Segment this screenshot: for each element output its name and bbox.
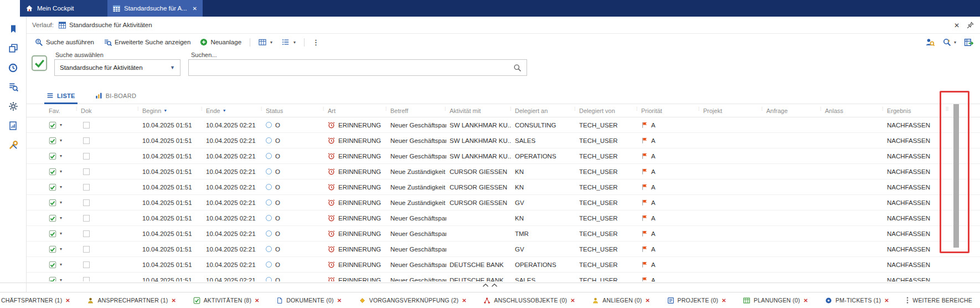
favorite-dropdown-caret[interactable]: ▾ <box>60 122 62 127</box>
column-header-dok[interactable]: Dok <box>78 104 139 117</box>
windows-icon[interactable] <box>8 43 19 54</box>
column-header-betreff[interactable]: Betreff <box>387 104 446 117</box>
favorite-dropdown-caret[interactable]: ▾ <box>60 138 62 143</box>
report-icon[interactable] <box>8 120 19 131</box>
bottom-tab-pm-tickets-1-[interactable]: PM-TICKETS (1) ✕ <box>825 297 889 304</box>
favorite-checkbox-icon[interactable] <box>49 214 56 222</box>
favorite-dropdown-caret[interactable]: ▾ <box>60 169 62 174</box>
table-row[interactable]: ▾ 10.04.2025 01:51 10.04.2025 02:21 O ER… <box>27 242 980 257</box>
export-table-icon[interactable] <box>964 38 973 47</box>
favorite-checkbox-icon[interactable] <box>49 168 56 176</box>
favorite-checkbox-icon[interactable] <box>49 137 56 145</box>
bottom-tab-vorgangsverknüpfung-2-[interactable]: VORGANGSVERKNÜPFUNG (2) ✕ <box>359 297 467 304</box>
table-row[interactable]: ▾ 10.04.2025 01:51 10.04.2025 02:21 O ER… <box>27 226 980 242</box>
dok-checkbox[interactable] <box>83 246 90 253</box>
pin-icon[interactable] <box>966 21 974 29</box>
table-row[interactable]: ▾ 10.04.2025 01:51 10.04.2025 02:21 O ER… <box>27 133 980 148</box>
dok-checkbox[interactable] <box>83 215 90 222</box>
close-tab-icon[interactable]: ✕ <box>570 297 575 304</box>
column-header-ende[interactable]: Ende▼ <box>203 104 262 117</box>
column-header-delegiert-an[interactable]: Delegiert an <box>512 104 576 117</box>
column-header-fav-[interactable]: Fav. <box>45 104 78 117</box>
bottom-tab-anschlussobjekte-0-[interactable]: ANSCHLUSSOBJEKTE (0) ✕ <box>483 297 575 304</box>
table-row[interactable]: ▾ 10.04.2025 01:51 10.04.2025 02:21 O ER… <box>27 195 980 211</box>
favorite-checkbox-icon[interactable] <box>49 230 56 238</box>
list-view-button[interactable]: ▾ <box>278 37 300 48</box>
search-icon[interactable] <box>513 64 522 72</box>
column-header-anfrage[interactable]: Anfrage <box>763 104 822 117</box>
dok-checkbox[interactable] <box>83 137 90 144</box>
sort-caret-icon[interactable]: ▼ <box>223 109 226 112</box>
grid-view-button[interactable]: ▾ <box>255 37 276 48</box>
favorite-dropdown-caret[interactable]: ▾ <box>60 215 62 220</box>
more-options-icon[interactable]: ⋮ <box>309 38 323 47</box>
close-tab-icon[interactable]: ✕ <box>462 297 467 304</box>
tab-bi-board[interactable]: BI-BOARD <box>93 88 139 104</box>
column-header-delegiert-von[interactable]: Delegiert von <box>576 104 638 117</box>
tab-mein-cockpit[interactable]: Mein Cockpit <box>20 0 107 17</box>
favorite-checkbox-icon[interactable] <box>49 261 56 269</box>
table-row[interactable]: ▾ 10.04.2025 01:51 10.04.2025 02:21 O ER… <box>27 273 980 281</box>
close-tab-icon[interactable]: ✕ <box>645 297 650 304</box>
favorite-checkbox-icon[interactable] <box>49 245 56 253</box>
bottom-tab-dokumente-0-[interactable]: DOKUMENTE (0) ✕ <box>276 297 342 304</box>
dok-checkbox[interactable] <box>83 184 90 191</box>
bottom-tab-anliegen-0-[interactable]: ANLIEGEN (0) ✕ <box>592 297 650 304</box>
bottom-tab-planungen-0-[interactable]: PLANUNGEN (0) ✕ <box>743 297 808 304</box>
run-search-button[interactable]: Suche ausführen <box>31 37 98 48</box>
favorite-dropdown-caret[interactable]: ▾ <box>60 184 62 189</box>
table-row[interactable]: ▾ 10.04.2025 01:51 10.04.2025 02:21 O ER… <box>27 164 980 179</box>
table-row[interactable]: ▾ 10.04.2025 01:51 10.04.2025 02:21 O ER… <box>27 148 980 164</box>
new-record-button[interactable]: Neuanlage <box>196 37 245 48</box>
favorite-dropdown-caret[interactable]: ▾ <box>60 200 62 205</box>
close-history-icon[interactable]: ✕ <box>954 22 960 29</box>
favorite-checkbox-icon[interactable] <box>49 121 56 129</box>
column-header-art[interactable]: Art <box>324 104 387 117</box>
close-tab-icon[interactable]: ✕ <box>721 297 726 304</box>
table-row[interactable]: ▾ 10.04.2025 01:51 10.04.2025 02:21 O ER… <box>27 257 980 273</box>
favorite-checkbox-icon[interactable] <box>49 152 56 160</box>
favorite-dropdown-caret[interactable]: ▾ <box>60 247 62 251</box>
favorite-checkbox-icon[interactable] <box>49 199 56 207</box>
search-select-dropdown[interactable]: Standardsuche für Aktivitäten ▼ <box>54 59 180 76</box>
dok-checkbox[interactable] <box>83 261 90 268</box>
close-tab-icon[interactable]: ✕ <box>65 297 70 304</box>
dok-checkbox[interactable] <box>83 168 90 175</box>
tab-liste[interactable]: LISTE <box>44 88 78 104</box>
search-list-icon[interactable] <box>8 81 19 93</box>
table-row[interactable]: ▾ 10.04.2025 01:51 10.04.2025 02:21 O ER… <box>27 117 980 133</box>
user-search-icon[interactable] <box>925 38 935 47</box>
bottom-tab-chäftspartner-1-[interactable]: CHÄFTSPARTNER (1) ✕ <box>1 297 70 304</box>
tools-icon[interactable] <box>8 140 19 151</box>
column-header-beginn[interactable]: Beginn▼ <box>139 104 203 117</box>
bottom-tab-aktivitäten-8-[interactable]: AKTIVITÄTEN (8) ✕ <box>193 297 260 304</box>
dok-checkbox[interactable] <box>83 153 90 160</box>
column-header-anlass[interactable]: Anlass <box>822 104 884 117</box>
search-input[interactable] <box>194 64 513 71</box>
settings-gear-icon[interactable] <box>8 101 19 112</box>
close-tab-icon[interactable]: ✕ <box>337 297 342 304</box>
close-tab-icon[interactable]: ✕ <box>803 297 808 304</box>
column-header-aktivität-mit[interactable]: Aktivität mit <box>446 104 512 117</box>
filter-search-button[interactable]: ▾ <box>942 38 956 47</box>
tab-close-icon[interactable]: ✕ <box>193 6 197 12</box>
favorite-dropdown-caret[interactable]: ▾ <box>60 231 62 236</box>
history-item[interactable]: Standardsuche für Aktivitäten <box>59 22 152 29</box>
collapse-panel-control[interactable] <box>478 283 502 288</box>
close-tab-icon[interactable]: ✕ <box>255 297 260 304</box>
column-header-ergebnis[interactable]: Ergebnis <box>884 104 939 117</box>
bottom-tab-weitere-bereiche[interactable]: WEITERE BEREICHE <box>906 296 972 304</box>
column-header-priorität[interactable]: Priorität <box>638 104 700 117</box>
close-tab-icon[interactable]: ✕ <box>172 297 177 304</box>
bookmark-icon[interactable] <box>8 23 19 34</box>
favorite-dropdown-caret[interactable]: ▾ <box>60 153 62 158</box>
column-header-status[interactable]: Status <box>262 104 324 117</box>
favorite-dropdown-caret[interactable]: ▾ <box>60 262 62 267</box>
dok-checkbox[interactable] <box>83 277 90 282</box>
table-row[interactable]: ▾ 10.04.2025 01:51 10.04.2025 02:21 O ER… <box>27 179 980 195</box>
column-header-projekt[interactable]: Projekt <box>700 104 763 117</box>
history-icon[interactable] <box>8 62 19 73</box>
bottom-tab-projekte-0-[interactable]: PROJEKTE (0) ✕ <box>667 297 726 304</box>
sort-caret-icon[interactable]: ▼ <box>163 109 167 112</box>
table-row[interactable]: ▾ 10.04.2025 01:51 10.04.2025 02:21 O ER… <box>27 211 980 226</box>
